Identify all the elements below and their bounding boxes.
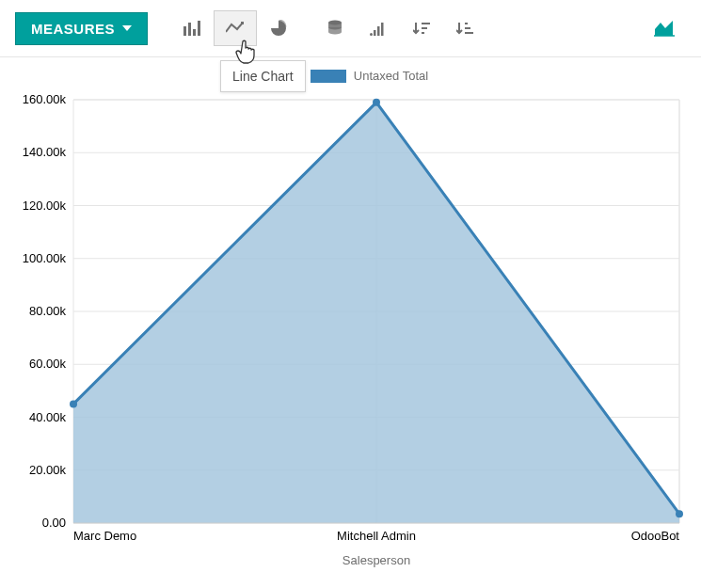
chart-area: Untaxed Total 0.0020.00k40.00k60.00k80.0… xyxy=(0,57,701,576)
svg-text:60.00k: 60.00k xyxy=(29,357,67,371)
svg-rect-7 xyxy=(377,26,380,36)
svg-text:120.00k: 120.00k xyxy=(23,199,67,213)
legend-label: Untaxed Total xyxy=(354,69,428,83)
caret-down-icon xyxy=(122,25,132,31)
pie-chart-button[interactable] xyxy=(257,10,300,46)
sort-asc-button[interactable] xyxy=(443,10,486,46)
chart-type-group xyxy=(170,10,300,46)
stack-button[interactable] xyxy=(313,10,357,46)
signal-icon xyxy=(370,21,387,36)
sort-desc-button[interactable] xyxy=(400,10,443,46)
legend-swatch xyxy=(311,70,346,83)
svg-text:160.00k: 160.00k xyxy=(23,92,67,106)
svg-point-5 xyxy=(370,33,373,36)
svg-rect-6 xyxy=(374,30,376,36)
svg-rect-2 xyxy=(193,29,196,36)
svg-text:Mitchell Admin: Mitchell Admin xyxy=(337,529,416,543)
svg-text:20.00k: 20.00k xyxy=(29,463,67,477)
svg-text:40.00k: 40.00k xyxy=(29,410,67,424)
svg-text:0.00: 0.00 xyxy=(42,516,66,530)
measures-button[interactable]: MEASURES xyxy=(15,12,148,45)
sort-desc-icon xyxy=(413,21,430,36)
svg-text:OdooBot: OdooBot xyxy=(631,529,680,543)
line-chart: 0.0020.00k40.00k60.00k80.00k100.00k120.0… xyxy=(8,87,693,576)
sort-asc-icon xyxy=(456,21,473,36)
area-chart-icon xyxy=(654,20,675,37)
chart-options-group xyxy=(313,10,486,46)
measures-label: MEASURES xyxy=(31,21,115,37)
svg-text:140.00k: 140.00k xyxy=(23,145,67,159)
pie-chart-icon xyxy=(270,20,287,37)
toolbar: MEASURES xyxy=(0,0,701,57)
svg-rect-8 xyxy=(381,23,384,36)
area-chart-button[interactable] xyxy=(643,10,686,46)
svg-rect-3 xyxy=(198,21,200,36)
chart-legend: Untaxed Total xyxy=(8,69,693,83)
svg-text:Marc Demo: Marc Demo xyxy=(73,529,136,543)
svg-point-42 xyxy=(70,400,77,407)
bar-chart-icon xyxy=(183,21,200,36)
svg-point-43 xyxy=(373,99,380,106)
svg-text:80.00k: 80.00k xyxy=(29,304,67,318)
svg-text:Salesperson: Salesperson xyxy=(343,553,410,567)
line-chart-icon xyxy=(226,21,245,36)
line-chart-button[interactable] xyxy=(214,10,257,46)
svg-text:100.00k: 100.00k xyxy=(23,251,67,265)
svg-rect-1 xyxy=(188,23,191,36)
svg-point-44 xyxy=(676,510,683,517)
database-icon xyxy=(327,20,343,37)
svg-rect-0 xyxy=(183,26,186,36)
bar-chart-button[interactable] xyxy=(170,10,214,46)
signal-button[interactable] xyxy=(357,10,400,46)
